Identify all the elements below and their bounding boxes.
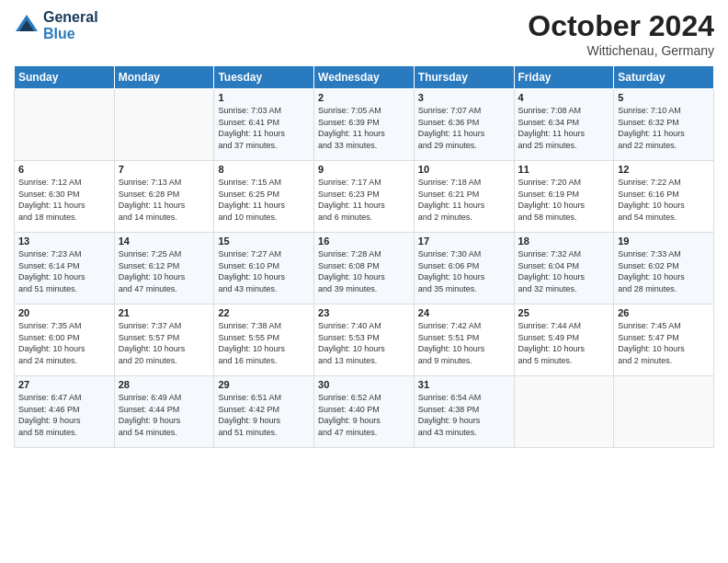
- day-detail: Sunrise: 7:40 AM Sunset: 5:53 PM Dayligh…: [318, 320, 410, 366]
- calendar-cell: 2Sunrise: 7:05 AM Sunset: 6:39 PM Daylig…: [314, 89, 415, 161]
- calendar-cell: 16Sunrise: 7:28 AM Sunset: 6:08 PM Dayli…: [314, 233, 415, 304]
- calendar-cell: 28Sunrise: 6:49 AM Sunset: 4:44 PM Dayli…: [114, 376, 214, 448]
- header-thursday: Thursday: [414, 66, 514, 89]
- day-number: 24: [418, 307, 510, 318]
- calendar-cell: 30Sunrise: 6:52 AM Sunset: 4:40 PM Dayli…: [314, 376, 415, 448]
- day-detail: Sunrise: 6:51 AM Sunset: 4:42 PM Dayligh…: [218, 392, 310, 438]
- day-number: 3: [418, 92, 510, 103]
- day-detail: Sunrise: 7:33 AM Sunset: 6:02 PM Dayligh…: [618, 248, 710, 294]
- calendar-cell: 11Sunrise: 7:20 AM Sunset: 6:19 PM Dayli…: [514, 161, 614, 233]
- calendar-cell: [614, 376, 714, 448]
- calendar-week-row: 1Sunrise: 7:03 AM Sunset: 6:41 PM Daylig…: [15, 89, 714, 161]
- logo-general: General: [43, 9, 98, 25]
- day-detail: Sunrise: 7:20 AM Sunset: 6:19 PM Dayligh…: [518, 177, 610, 223]
- day-number: 4: [518, 92, 610, 103]
- calendar-cell: 6Sunrise: 7:12 AM Sunset: 6:30 PM Daylig…: [15, 161, 115, 233]
- day-detail: Sunrise: 7:28 AM Sunset: 6:08 PM Dayligh…: [318, 248, 410, 294]
- day-detail: Sunrise: 7:10 AM Sunset: 6:32 PM Dayligh…: [618, 105, 710, 151]
- day-detail: Sunrise: 7:13 AM Sunset: 6:28 PM Dayligh…: [119, 177, 210, 223]
- calendar-table: SundayMondayTuesdayWednesdayThursdayFrid…: [14, 65, 714, 448]
- calendar-cell: 24Sunrise: 7:42 AM Sunset: 5:51 PM Dayli…: [414, 304, 514, 376]
- page-header: General Blue October 2024 Wittichenau, G…: [14, 9, 714, 58]
- header-tuesday: Tuesday: [214, 66, 314, 89]
- day-number: 13: [18, 236, 110, 247]
- day-number: 21: [119, 307, 210, 318]
- calendar-cell: 18Sunrise: 7:32 AM Sunset: 6:04 PM Dayli…: [514, 233, 614, 304]
- day-number: 8: [218, 164, 310, 175]
- day-detail: Sunrise: 6:47 AM Sunset: 4:46 PM Dayligh…: [18, 392, 110, 438]
- day-number: 22: [218, 307, 310, 318]
- day-detail: Sunrise: 7:32 AM Sunset: 6:04 PM Dayligh…: [518, 248, 610, 294]
- day-number: 16: [318, 236, 410, 247]
- header-row: SundayMondayTuesdayWednesdayThursdayFrid…: [15, 66, 714, 89]
- day-detail: Sunrise: 7:07 AM Sunset: 6:36 PM Dayligh…: [418, 105, 510, 151]
- calendar-cell: 8Sunrise: 7:15 AM Sunset: 6:25 PM Daylig…: [214, 161, 314, 233]
- calendar-cell: 31Sunrise: 6:54 AM Sunset: 4:38 PM Dayli…: [414, 376, 514, 448]
- calendar-cell: 4Sunrise: 7:08 AM Sunset: 6:34 PM Daylig…: [514, 89, 614, 161]
- calendar-week-row: 13Sunrise: 7:23 AM Sunset: 6:14 PM Dayli…: [15, 233, 714, 304]
- day-number: 11: [518, 164, 610, 175]
- day-detail: Sunrise: 7:25 AM Sunset: 6:12 PM Dayligh…: [119, 248, 210, 294]
- calendar-cell: 9Sunrise: 7:17 AM Sunset: 6:23 PM Daylig…: [314, 161, 415, 233]
- calendar-cell: [114, 89, 214, 161]
- day-detail: Sunrise: 7:12 AM Sunset: 6:30 PM Dayligh…: [18, 177, 110, 223]
- day-detail: Sunrise: 7:23 AM Sunset: 6:14 PM Dayligh…: [18, 248, 110, 294]
- calendar-cell: 27Sunrise: 6:47 AM Sunset: 4:46 PM Dayli…: [15, 376, 115, 448]
- day-number: 27: [18, 379, 110, 390]
- calendar-cell: 14Sunrise: 7:25 AM Sunset: 6:12 PM Dayli…: [114, 233, 214, 304]
- header-monday: Monday: [114, 66, 214, 89]
- day-detail: Sunrise: 7:42 AM Sunset: 5:51 PM Dayligh…: [418, 320, 510, 366]
- calendar-cell: 19Sunrise: 7:33 AM Sunset: 6:02 PM Dayli…: [614, 233, 714, 304]
- calendar-cell: 22Sunrise: 7:38 AM Sunset: 5:55 PM Dayli…: [214, 304, 314, 376]
- day-number: 25: [518, 307, 610, 318]
- calendar-week-row: 27Sunrise: 6:47 AM Sunset: 4:46 PM Dayli…: [15, 376, 714, 448]
- calendar-cell: 12Sunrise: 7:22 AM Sunset: 6:16 PM Dayli…: [614, 161, 714, 233]
- calendar-cell: 23Sunrise: 7:40 AM Sunset: 5:53 PM Dayli…: [314, 304, 415, 376]
- day-detail: Sunrise: 7:37 AM Sunset: 5:57 PM Dayligh…: [119, 320, 210, 366]
- calendar-cell: 5Sunrise: 7:10 AM Sunset: 6:32 PM Daylig…: [614, 89, 714, 161]
- header-sunday: Sunday: [15, 66, 115, 89]
- day-number: 7: [119, 164, 210, 175]
- calendar-cell: 25Sunrise: 7:44 AM Sunset: 5:49 PM Dayli…: [514, 304, 614, 376]
- day-detail: Sunrise: 7:30 AM Sunset: 6:06 PM Dayligh…: [418, 248, 510, 294]
- logo: General Blue: [14, 9, 98, 41]
- header-saturday: Saturday: [614, 66, 714, 89]
- calendar-week-row: 6Sunrise: 7:12 AM Sunset: 6:30 PM Daylig…: [15, 161, 714, 233]
- calendar-cell: 7Sunrise: 7:13 AM Sunset: 6:28 PM Daylig…: [114, 161, 214, 233]
- day-detail: Sunrise: 6:49 AM Sunset: 4:44 PM Dayligh…: [119, 392, 210, 438]
- calendar-cell: 17Sunrise: 7:30 AM Sunset: 6:06 PM Dayli…: [414, 233, 514, 304]
- day-number: 23: [318, 307, 410, 318]
- calendar-cell: 10Sunrise: 7:18 AM Sunset: 6:21 PM Dayli…: [414, 161, 514, 233]
- day-number: 5: [618, 92, 710, 103]
- month-title: October 2024: [528, 9, 714, 43]
- calendar-cell: 13Sunrise: 7:23 AM Sunset: 6:14 PM Dayli…: [15, 233, 115, 304]
- calendar-week-row: 20Sunrise: 7:35 AM Sunset: 6:00 PM Dayli…: [15, 304, 714, 376]
- calendar-cell: 26Sunrise: 7:45 AM Sunset: 5:47 PM Dayli…: [614, 304, 714, 376]
- day-number: 12: [618, 164, 710, 175]
- day-detail: Sunrise: 7:05 AM Sunset: 6:39 PM Dayligh…: [318, 105, 410, 151]
- day-detail: Sunrise: 7:45 AM Sunset: 5:47 PM Dayligh…: [618, 320, 710, 366]
- header-friday: Friday: [514, 66, 614, 89]
- day-detail: Sunrise: 7:44 AM Sunset: 5:49 PM Dayligh…: [518, 320, 610, 366]
- day-detail: Sunrise: 7:08 AM Sunset: 6:34 PM Dayligh…: [518, 105, 610, 151]
- logo-blue: Blue: [43, 26, 75, 41]
- day-detail: Sunrise: 7:38 AM Sunset: 5:55 PM Dayligh…: [218, 320, 310, 366]
- logo-icon: [14, 13, 40, 39]
- day-detail: Sunrise: 7:27 AM Sunset: 6:10 PM Dayligh…: [218, 248, 310, 294]
- title-block: October 2024 Wittichenau, Germany: [528, 9, 714, 58]
- day-number: 19: [618, 236, 710, 247]
- calendar-cell: [514, 376, 614, 448]
- day-detail: Sunrise: 7:18 AM Sunset: 6:21 PM Dayligh…: [418, 177, 510, 223]
- calendar-cell: 29Sunrise: 6:51 AM Sunset: 4:42 PM Dayli…: [214, 376, 314, 448]
- day-number: 1: [218, 92, 310, 103]
- day-detail: Sunrise: 7:22 AM Sunset: 6:16 PM Dayligh…: [618, 177, 710, 223]
- day-number: 2: [318, 92, 410, 103]
- day-number: 28: [119, 379, 210, 390]
- day-number: 14: [119, 236, 210, 247]
- day-detail: Sunrise: 7:03 AM Sunset: 6:41 PM Dayligh…: [218, 105, 310, 151]
- day-number: 10: [418, 164, 510, 175]
- header-wednesday: Wednesday: [314, 66, 415, 89]
- day-detail: Sunrise: 6:54 AM Sunset: 4:38 PM Dayligh…: [418, 392, 510, 438]
- day-number: 15: [218, 236, 310, 247]
- day-detail: Sunrise: 7:15 AM Sunset: 6:25 PM Dayligh…: [218, 177, 310, 223]
